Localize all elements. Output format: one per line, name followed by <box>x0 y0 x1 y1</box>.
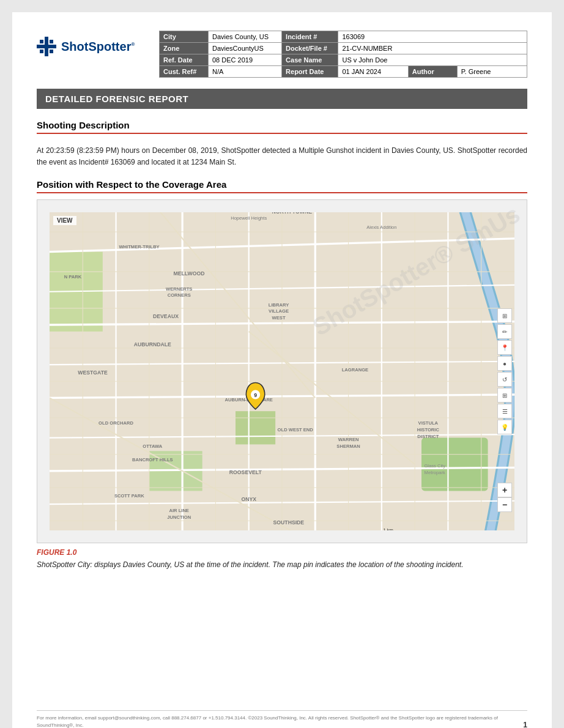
svg-text:AIR LINE: AIR LINE <box>169 508 189 514</box>
svg-rect-5 <box>50 50 53 53</box>
svg-text:Metropark: Metropark <box>425 470 445 476</box>
svg-rect-3 <box>50 40 53 43</box>
map-tool-light[interactable]: 💡 <box>497 420 512 434</box>
svg-text:SHERMAN: SHERMAN <box>336 444 360 449</box>
info-row-refdate: Ref. Date 08 DEC 2019 Case Name US v Joh… <box>160 54 527 66</box>
map-tool-edit[interactable]: ✏ <box>497 324 512 339</box>
svg-text:WHITMER-TRILBY: WHITMER-TRILBY <box>119 245 159 250</box>
logo-area: ShotSpotter® <box>37 31 159 56</box>
svg-text:LAGRANGE: LAGRANGE <box>342 367 368 373</box>
page: ShotSpotter® City Davies County, US Inci… <box>12 12 552 728</box>
svg-text:Glass City: Glass City <box>424 464 445 469</box>
report-date-value: 01 JAN 2024 <box>338 66 408 78</box>
zone-value: DaviesCountyUS <box>208 43 281 54</box>
svg-text:SOUTHSIDE: SOUTHSIDE <box>273 519 305 526</box>
svg-rect-1 <box>37 45 56 48</box>
map-svg: NORTH TOWNE Hopewell Heights Alexis Addi… <box>50 212 514 530</box>
map-tool-pin[interactable]: 📍 <box>497 340 512 355</box>
map-tool-grid[interactable]: ⊞ <box>497 388 512 403</box>
zone-label: Zone <box>160 43 209 54</box>
map-tool-history[interactable]: ↺ <box>497 372 512 387</box>
shooting-description-body: At 20:23:59 (8:23:59 PM) hours on Decemb… <box>37 145 527 168</box>
figure-label: FIGURE 1.0 <box>37 548 527 557</box>
report-date-label: Report Date <box>282 66 338 78</box>
svg-text:Hopewell Heights: Hopewell Heights <box>231 216 267 221</box>
ref-date-label: Ref. Date <box>160 54 209 66</box>
page-footer: For more information, email support@soun… <box>37 710 527 728</box>
svg-text:WERNERTS: WERNERTS <box>166 286 192 292</box>
incident-label: Incident # <box>282 31 338 43</box>
page-number: 1 <box>523 721 527 728</box>
map-tool-menu[interactable]: ☰ <box>497 404 512 418</box>
cust-ref-label: Cust. Ref# <box>160 66 209 78</box>
zoom-in-button[interactable]: + <box>497 483 512 497</box>
cust-ref-value: N/A <box>208 66 281 78</box>
svg-text:OLD WEST END: OLD WEST END <box>278 427 314 433</box>
svg-text:ONYX: ONYX <box>241 496 256 502</box>
map-sidebar-tools: ⊞ ✏ 📍 ● ↺ ⊞ ☰ 💡 <box>497 308 512 434</box>
author-value: P. Greene <box>457 66 527 78</box>
svg-text:1 km: 1 km <box>383 527 393 530</box>
svg-text:WESTGATE: WESTGATE <box>78 370 108 376</box>
map-zoom-controls: + − <box>497 483 512 512</box>
logo-registered: ® <box>131 42 135 47</box>
footer-text: For more information, email support@soun… <box>37 715 523 728</box>
svg-rect-8 <box>236 412 275 445</box>
svg-text:BANCROFT HILLS: BANCROFT HILLS <box>132 457 173 462</box>
svg-text:HISTORIC: HISTORIC <box>417 427 440 433</box>
shotspotter-logo: ShotSpotter® <box>37 37 135 56</box>
ref-date-value: 08 DEC 2019 <box>208 54 281 66</box>
info-row-zone: Zone DaviesCountyUS Docket/File # 21-CV-… <box>160 43 527 54</box>
author-label: Author <box>408 66 457 78</box>
svg-text:DISTRICT: DISTRICT <box>417 434 439 439</box>
docket-label: Docket/File # <box>282 43 338 54</box>
svg-text:LIBRARY: LIBRARY <box>269 302 289 308</box>
svg-text:JUNCTION: JUNCTION <box>167 514 191 520</box>
incident-value: 163069 <box>338 31 527 43</box>
case-name-value: US v John Doe <box>338 54 527 66</box>
city-label: City <box>160 31 209 43</box>
info-row-custref: Cust. Ref# N/A Report Date 01 JAN 2024 A… <box>160 66 527 78</box>
city-value: Davies County, US <box>208 31 281 43</box>
map-tool-dot[interactable]: ● <box>497 356 512 371</box>
case-name-label: Case Name <box>282 54 338 66</box>
docket-value: 21-CV-NUMBER <box>338 43 527 54</box>
svg-text:OLD ORCHARD: OLD ORCHARD <box>98 420 133 426</box>
map-tool-layers[interactable]: ⊞ <box>497 308 512 323</box>
info-row-city: City Davies County, US Incident # 163069 <box>160 31 527 43</box>
svg-text:SCOTT PARK: SCOTT PARK <box>114 494 144 499</box>
svg-text:WARREN: WARREN <box>338 437 359 442</box>
title-text: DETAILED FORENSIC REPORT <box>45 94 188 104</box>
logo-cross-icon <box>37 37 56 56</box>
map-inner: VIEW <box>50 212 514 530</box>
map-container: VIEW <box>37 199 527 543</box>
svg-text:ROOSEVELT: ROOSEVELT <box>229 470 262 476</box>
svg-text:CORNERS: CORNERS <box>168 293 191 299</box>
svg-text:N PARK: N PARK <box>64 274 82 280</box>
logo-text: ShotSpotter® <box>61 40 135 54</box>
svg-text:OTTAWA: OTTAWA <box>143 444 162 449</box>
figure-caption: ShotSpotter City: displays Davies County… <box>37 559 527 570</box>
map-view-label: VIEW <box>53 216 76 225</box>
svg-text:NORTH TOWNE: NORTH TOWNE <box>272 212 313 215</box>
info-table: City Davies County, US Incident # 163069… <box>159 31 527 78</box>
svg-rect-4 <box>40 50 43 53</box>
svg-text:VILLAGE: VILLAGE <box>269 309 289 314</box>
svg-rect-2 <box>40 40 43 43</box>
svg-text:AUBURNDALE: AUBURNDALE <box>134 341 171 347</box>
svg-text:Alexis Addition: Alexis Addition <box>366 225 396 230</box>
header: ShotSpotter® City Davies County, US Inci… <box>37 31 527 78</box>
svg-text:WEST: WEST <box>272 316 286 321</box>
title-banner: DETAILED FORENSIC REPORT <box>37 89 527 109</box>
svg-text:9: 9 <box>254 393 257 399</box>
svg-text:MELLWOOD: MELLWOOD <box>173 270 204 277</box>
position-heading: Position with Respect to the Coverage Ar… <box>37 179 527 193</box>
zoom-out-button[interactable]: − <box>497 497 512 512</box>
svg-text:DEVEAUX: DEVEAUX <box>153 314 179 320</box>
svg-text:VISTULA: VISTULA <box>418 420 439 426</box>
shooting-description-heading: Shooting Description <box>37 120 527 134</box>
